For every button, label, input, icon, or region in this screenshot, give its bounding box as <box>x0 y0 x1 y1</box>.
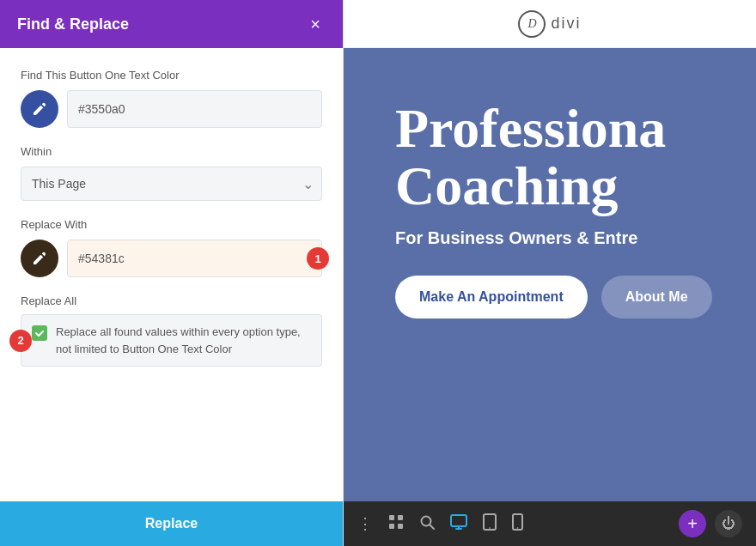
desktop-svg <box>450 514 467 530</box>
panel-header: Find & Replace × <box>0 0 343 48</box>
within-label: Within <box>21 145 322 158</box>
bottom-toolbar: ⋮ <box>344 501 756 546</box>
panel-title: Find & Replace <box>17 15 129 33</box>
within-section: Within This Page ⌄ <box>21 145 322 201</box>
check-icon <box>32 325 47 341</box>
appointment-button[interactable]: Make An Appointment <box>395 276 588 318</box>
replace-color-row <box>21 240 322 277</box>
find-label: Find This Button One Text Color <box>21 69 322 82</box>
badge-1: 1 <box>307 247 329 270</box>
divi-logo-text: divi <box>551 15 581 33</box>
toolbar-icons: ⋮ <box>357 513 523 535</box>
svg-rect-2 <box>389 524 394 529</box>
replace-button[interactable]: Replace <box>0 501 343 546</box>
power-button[interactable]: ⏻ <box>715 510 742 537</box>
about-button[interactable]: About Me <box>601 276 712 318</box>
divi-logo: D divi <box>518 10 581 38</box>
mobile-icon[interactable] <box>512 513 523 535</box>
grid-icon[interactable] <box>388 514 404 534</box>
panel-body: Find This Button One Text Color Within T… <box>0 48 343 546</box>
mobile-svg <box>512 513 523 531</box>
svg-point-10 <box>489 527 491 529</box>
replace-all-text: Replace all found values within every op… <box>56 324 311 357</box>
hero-title-line2: Coaching <box>395 155 619 216</box>
svg-rect-1 <box>398 515 403 520</box>
svg-rect-6 <box>451 515 466 526</box>
right-panel: D divi Professiona Coaching For Business… <box>344 0 756 546</box>
divi-topbar: D divi <box>344 0 756 48</box>
search-svg <box>419 514 435 530</box>
checkmark-icon <box>34 328 45 338</box>
find-color-row <box>21 90 322 128</box>
menu-dots-icon[interactable]: ⋮ <box>357 514 373 533</box>
desktop-icon[interactable] <box>450 514 467 534</box>
left-panel: Find & Replace × Find This Button One Te… <box>0 0 344 546</box>
hero-title-line1: Professiona <box>395 98 666 159</box>
replace-all-label: Replace All <box>21 294 322 307</box>
svg-rect-3 <box>398 524 403 529</box>
find-color-swatch[interactable] <box>21 90 58 128</box>
grid-svg <box>388 514 404 530</box>
svg-point-12 <box>517 527 519 529</box>
within-select[interactable]: This Page <box>21 167 322 201</box>
svg-line-5 <box>430 525 435 529</box>
hero-buttons: Make An Appointment About Me <box>395 276 722 318</box>
close-button[interactable]: × <box>305 14 326 34</box>
divi-logo-circle: D <box>518 10 546 38</box>
svg-rect-0 <box>389 515 394 520</box>
replace-with-label: Replace With <box>21 218 322 231</box>
hero-subtitle: For Business Owners & Entre <box>395 228 722 248</box>
search-icon[interactable] <box>419 514 435 534</box>
replace-color-input[interactable] <box>67 240 322 277</box>
hero-content: Professiona Coaching For Business Owners… <box>344 48 756 501</box>
main-layout: Find & Replace × Find This Button One Te… <box>0 0 756 546</box>
find-color-input[interactable] <box>67 90 322 128</box>
tablet-svg <box>483 513 497 531</box>
replace-all-row: Replace all found values within every op… <box>21 314 322 367</box>
replace-with-section: 1 <box>21 240 322 277</box>
pencil-icon-replace <box>31 250 48 267</box>
add-button[interactable]: + <box>679 510 706 537</box>
replace-color-swatch[interactable] <box>21 240 58 277</box>
replace-all-section: Replace All Replace all found values wit… <box>21 294 322 367</box>
hero-title: Professiona Coaching <box>395 100 722 215</box>
badge-2: 2 <box>9 330 32 352</box>
tablet-icon[interactable] <box>483 513 497 535</box>
toolbar-right: + ⏻ <box>679 510 742 537</box>
pencil-icon <box>31 100 48 118</box>
replace-button-label: Replace <box>145 516 198 531</box>
within-select-wrap: This Page ⌄ <box>21 167 322 201</box>
